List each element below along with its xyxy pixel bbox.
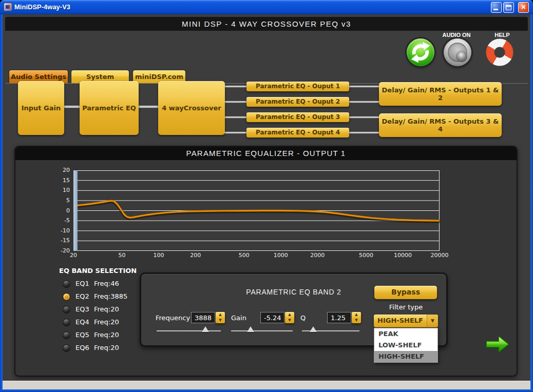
minimize-button[interactable] [491,2,502,13]
eq-band-label[interactable]: EQ1 [75,280,89,287]
spinner-up-icon[interactable]: ▲ [352,312,361,318]
close-icon: ✕ [521,4,526,11]
eq-band-label[interactable]: EQ3 [75,305,89,313]
frequency-slider[interactable] [157,326,221,335]
app-window: MiniDSP-4way-V3 ✕ MINI DSP - 4 WAY CROSS… [0,0,533,392]
eq-band-freq: Freq:20 [94,331,119,339]
x-axis-label: 5000 [359,252,373,259]
y-axis-label: 15 [50,177,70,184]
connector-line [348,101,380,103]
frequency-input[interactable] [191,312,215,323]
eq4-radio[interactable] [63,319,70,326]
app-title: MINI DSP - 4 WAY CROSSOVER PEQ v3 [5,17,528,31]
option-low-shelf[interactable]: LOW-SHELF [374,340,437,351]
x-axis-label: 2000 [310,252,325,259]
gain-label: Gain [231,314,246,322]
eq-band-label[interactable]: EQ4 [75,318,89,326]
eq6-radio[interactable] [63,344,70,352]
slider-track [157,330,221,331]
slider-thumb[interactable] [310,326,317,332]
next-output-button[interactable] [485,334,510,357]
gain-input[interactable] [260,312,284,323]
y-axis-label: -20 [50,247,70,254]
sync-arrows-icon [407,38,434,66]
eq-band-selection-heading: EQ BAND SELECTION [59,267,137,275]
eq3-radio[interactable] [63,306,70,313]
maximize-button[interactable] [503,2,514,13]
spinner-down-icon[interactable]: ▼ [216,318,225,323]
app-header-band: MINI DSP - 4 WAY CROSSOVER PEQ v3 [5,17,528,31]
gain-slider[interactable] [231,326,293,335]
window-titlebar[interactable]: MiniDSP-4way-V3 ✕ [0,0,533,14]
eq-panel-title: PARAMETRIC EQUALIZER - OUTPUT 1 [15,147,517,160]
input-gain-block[interactable]: Input Gain [18,81,64,135]
help-button[interactable] [486,38,513,66]
y-axis-label: -5 [50,217,70,224]
crossover-block[interactable]: 4 wayCrossover [158,81,225,135]
y-axis-label: 5 [50,197,70,204]
connector-line [223,116,249,119]
q-slider[interactable] [302,326,359,335]
connector-line [348,131,380,134]
x-axis: 20501002005001000200050001000020000 [73,252,440,259]
audio-on-button[interactable] [444,38,471,66]
peq-output3-button[interactable]: Parametric EQ - Ouput 3 [246,112,349,122]
parametric-eq-block[interactable]: Parametric EQ [80,81,139,135]
y-axis-label: 20 [50,167,70,173]
chart-level-bar [73,170,78,251]
eq-band-freq: Freq:46 [94,280,119,287]
peq-output1-button[interactable]: Parametric EQ - Ouput 1 [246,82,349,91]
delay-gain-rms-12-button[interactable]: Delay/ Gain/ RMS - Outputs 1 & 2 [379,82,502,106]
spinner-up-icon[interactable]: ▲ [216,312,225,318]
eq5-radio[interactable] [63,331,70,339]
y-axis: 20151050-5-10-15-20 [50,170,70,251]
x-axis-label: 100 [154,252,164,259]
x-axis-label: 1000 [274,252,288,259]
eq-band-freq: Freq:20 [94,305,119,313]
window-border-bottom [0,389,533,392]
peq-output2-button[interactable]: Parametric EQ - Ouput 2 [246,97,349,107]
bypass-button[interactable]: Bypass [374,286,437,299]
frequency-spinner[interactable]: ▲ ▼ [216,312,225,323]
slider-track [231,330,293,331]
slider-thumb[interactable] [247,326,254,332]
q-label: Q [300,314,306,322]
gain-spinner[interactable]: ▲ ▼ [285,312,294,323]
slider-thumb[interactable] [202,326,209,332]
filter-type-value: HIGH-SHELF [374,315,427,327]
connector-line [223,101,249,103]
eq-band-label[interactable]: EQ5 [75,331,89,339]
eq-band-freq: Freq:20 [94,318,119,326]
close-button[interactable]: ✕ [518,2,529,13]
q-input[interactable] [327,312,351,323]
option-high-shelf[interactable]: HIGH-SHELF [374,351,437,362]
connector-line [348,85,380,88]
spinner-down-icon[interactable]: ▼ [352,318,361,323]
eq-panel-header: PARAMETRIC EQUALIZER - OUTPUT 1 [15,147,517,160]
q-spinner[interactable]: ▲ ▼ [352,312,361,323]
x-axis-label: 50 [119,252,126,259]
frequency-label: Frequency [156,314,190,322]
minimize-icon [493,9,498,10]
eq-response-chart [73,170,440,251]
connector-line [223,131,249,134]
peq-output4-button[interactable]: Parametric EQ - Ouput 4 [246,128,349,138]
chevron-down-icon[interactable]: ▼ [427,315,438,327]
maximize-icon [506,5,511,10]
filter-type-dropdown[interactable]: HIGH-SHELF ▼ [374,315,438,327]
spinner-down-icon[interactable]: ▼ [285,318,294,323]
eq2-radio-selected[interactable] [63,293,70,301]
option-peak[interactable]: PEAK [374,328,437,340]
delay-gain-rms-34-button[interactable]: Delay/ Gain/ RMS - Outputs 3 & 4 [379,113,502,137]
y-axis-label: 10 [50,187,70,193]
eq1-radio[interactable] [63,280,70,288]
eq-band-freq: Freq:20 [94,344,119,351]
speaker-icon [448,43,467,62]
eq-band-label[interactable]: EQ2 [75,292,89,300]
window-status-strip [3,381,530,389]
spinner-up-icon[interactable]: ▲ [285,312,294,318]
sync-button[interactable] [407,38,434,66]
green-arrow-icon [485,334,510,355]
eq-band-label[interactable]: EQ6 [75,344,89,351]
window-title: MiniDSP-4way-V3 [14,3,70,11]
